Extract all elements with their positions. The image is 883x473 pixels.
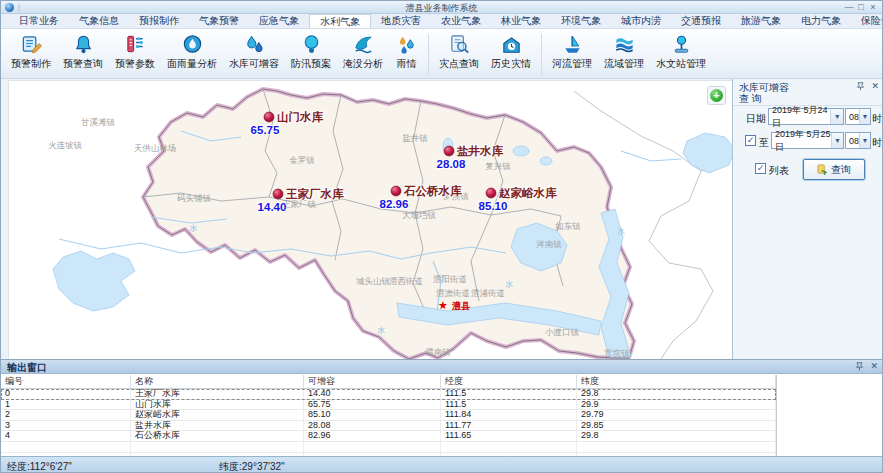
- reservoir-dot-icon[interactable]: [486, 188, 496, 198]
- town-label: 小渡口镇: [545, 327, 580, 337]
- table-row[interactable]: 3盐井水库28.08111.7729.85: [1, 421, 776, 432]
- town-label: 澧阳街道: [433, 274, 467, 284]
- to-label: 至: [759, 136, 769, 150]
- basin-mgmt-icon: [613, 33, 636, 56]
- toolbar-button-2[interactable]: 预警参数: [109, 31, 161, 78]
- query-button-label: 查询: [831, 163, 851, 177]
- table-cell: 4: [1, 431, 131, 441]
- table-cell: 纬度: [577, 375, 776, 388]
- toolbar-button-7[interactable]: 雨情: [389, 31, 424, 78]
- map-zoom-in-button[interactable]: +: [707, 86, 726, 105]
- table-row[interactable]: 2赵家峪水库85.10111.8429.79: [1, 410, 776, 421]
- menu-tab-0[interactable]: 日常业务: [9, 14, 69, 28]
- table-cell: 石公桥水库: [131, 431, 304, 441]
- town-label: 澧南镇: [425, 347, 451, 357]
- table-cell: 编号: [1, 375, 131, 388]
- reservoir-name-label: 盐井水库: [456, 144, 504, 157]
- minimize-button[interactable]: —: [843, 1, 855, 13]
- table-cell: 3: [1, 421, 131, 431]
- town-label: 火连坡镇: [48, 140, 83, 150]
- menu-tab-11[interactable]: 交通预报: [671, 14, 731, 28]
- toolbar-button-label: 面雨量分析: [167, 57, 217, 71]
- status-longitude: 经度:112°6'27": [7, 460, 72, 473]
- output-table-header-row[interactable]: 编号名称可增容经度纬度: [1, 375, 776, 389]
- reservoir-name-label: 山门水库: [277, 110, 324, 123]
- menu-tab-2[interactable]: 预报制作: [129, 14, 189, 28]
- table-row[interactable]: 0王家厂水库14.40111.529.8: [1, 389, 776, 400]
- table-cell: 82.96: [304, 431, 441, 441]
- toolbar-button-9[interactable]: 历史灾情: [485, 31, 537, 78]
- reservoir-dot-icon[interactable]: [391, 186, 401, 196]
- hour-to-value: 08: [849, 136, 859, 146]
- table-cell: 山门水库: [131, 400, 304, 410]
- hydrostation-mgmt-icon: [670, 33, 693, 56]
- query-button-icon: [817, 164, 828, 175]
- table-row[interactable]: 4石公桥水库82.96111.6529.8: [1, 431, 776, 442]
- panel-close-icon[interactable]: ✕: [871, 82, 879, 91]
- chevron-down-icon: ▼: [830, 109, 843, 124]
- toolbar-button-1[interactable]: 预警查询: [57, 31, 109, 78]
- toolbar-button-11[interactable]: 流域管理: [598, 31, 650, 78]
- panel-title: 水库可增容: [739, 82, 789, 93]
- map-canvas[interactable]: 水水水水 甘溪滩镇火连坡镇天供山林场金罗镇盐井镇复兴镇梦溪镇如东镇涔南镇码头铺镇…: [9, 81, 732, 359]
- river-mgmt-icon: [561, 33, 584, 56]
- menu-tab-13[interactable]: 电力气象: [791, 14, 851, 28]
- pin-icon[interactable]: [855, 362, 864, 371]
- toolbar-button-8[interactable]: 灾点查询: [433, 31, 485, 78]
- date-to-select[interactable]: 2019年 5月25日▼: [771, 132, 844, 149]
- reservoir-value-label: 85.10: [479, 200, 508, 212]
- town-label: 金罗镇: [289, 155, 315, 165]
- menu-tab-9[interactable]: 环境气象: [551, 14, 611, 28]
- town-label: 甘溪滩镇: [81, 117, 116, 127]
- toolbar-button-10[interactable]: 河流管理: [546, 31, 598, 78]
- table-row[interactable]: 1山门水库65.75111.529.9: [1, 400, 776, 411]
- menu-tab-6[interactable]: 地质灾害: [371, 14, 431, 28]
- menu-tab-4[interactable]: 应急气象: [249, 14, 309, 28]
- output-close-icon[interactable]: ✕: [870, 362, 878, 371]
- toolbar-button-12[interactable]: 水文站管理: [650, 31, 712, 78]
- hour-to-select[interactable]: 08▼: [845, 132, 871, 149]
- toolbar-button-label: 河流管理: [552, 57, 592, 71]
- toolbar-button-4[interactable]: 水库可增容: [223, 31, 285, 78]
- menu-tab-5[interactable]: 水利气象: [309, 14, 371, 28]
- town-label: 涔南镇: [536, 239, 562, 249]
- reservoir-dot-icon[interactable]: [273, 189, 283, 199]
- table-cell: 0: [1, 389, 131, 399]
- water-label: 水: [189, 224, 197, 233]
- query-button[interactable]: 查询: [803, 159, 865, 180]
- date-from-select[interactable]: 2019年 5月24日▼: [768, 108, 844, 125]
- table-cell: [304, 442, 441, 452]
- toolbar-button-5[interactable]: 防汛预案: [285, 31, 337, 78]
- disaster-history-icon: [500, 33, 523, 56]
- menu-tab-3[interactable]: 气象预警: [189, 14, 249, 28]
- table-cell: [441, 442, 577, 452]
- hour-suffix-label: 时: [872, 112, 882, 126]
- toolbar-button-0[interactable]: 预警制作: [5, 31, 57, 78]
- to-date-checkbox[interactable]: ✓: [745, 135, 756, 146]
- reservoir-value-label: 65.75: [251, 124, 280, 136]
- panel-caption: 水库可增容 查 询: [739, 82, 789, 104]
- pin-icon[interactable]: [856, 82, 865, 91]
- town-label: 盐井镇: [402, 133, 428, 143]
- town-label: 大堰垱镇: [402, 210, 437, 220]
- reservoir-dot-icon[interactable]: [444, 146, 454, 156]
- table-cell: 可增容: [304, 375, 441, 388]
- close-button[interactable]: ×: [867, 1, 879, 13]
- menu-tab-10[interactable]: 城市内涝: [611, 14, 671, 28]
- menu-tab-8[interactable]: 林业气象: [491, 14, 551, 28]
- reservoir-dot-icon[interactable]: [264, 112, 274, 122]
- toolbar-button-6[interactable]: 淹没分析: [337, 31, 389, 78]
- toolbar-button-3[interactable]: 面雨量分析: [161, 31, 223, 78]
- table-cell: 29.85: [577, 421, 776, 431]
- menu-tab-12[interactable]: 旅游气象: [731, 14, 791, 28]
- menu-bar: 日常业务气象信息预报制作气象预警应急气象水利气象地质灾害农业气象林业气象环境气象…: [1, 14, 882, 29]
- town-label: 官垸镇: [604, 348, 630, 358]
- list-checkbox[interactable]: ✓: [755, 163, 766, 174]
- toolbar-button-label: 历史灾情: [491, 57, 531, 71]
- hour-from-select[interactable]: 08▼: [845, 108, 871, 125]
- reservoir-name-label: 王家厂水库: [285, 187, 344, 200]
- menu-tab-1[interactable]: 气象信息: [69, 14, 129, 28]
- menu-tab-14[interactable]: 保险气象: [851, 14, 883, 28]
- menu-tab-7[interactable]: 农业气象: [431, 14, 491, 28]
- maximize-button[interactable]: □: [855, 1, 867, 13]
